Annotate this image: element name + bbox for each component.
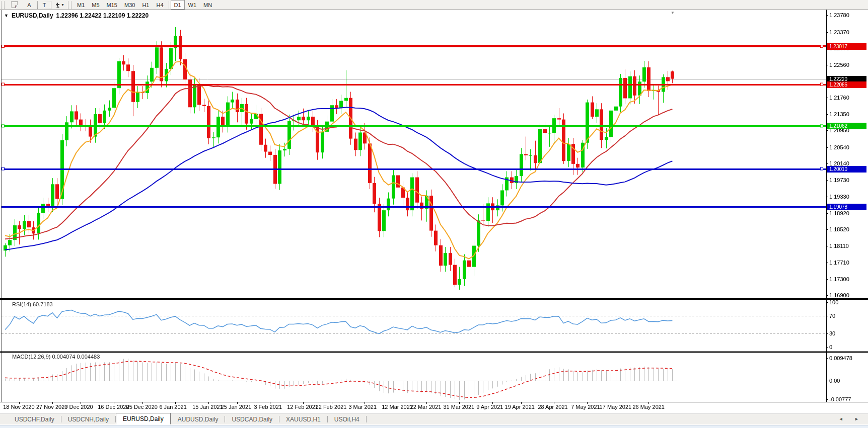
cursor-arrows-icon	[55, 2, 60, 8]
cursor-tool-button[interactable]: ▾	[52, 1, 67, 9]
price-axis-tick: 1.16900	[829, 292, 849, 298]
chart-canvas[interactable]	[0, 10, 868, 413]
date-axis-label: 16 Dec 2020	[98, 404, 129, 410]
date-axis-label: 17 May 2021	[600, 404, 632, 410]
price-tag: 1.21062	[827, 123, 866, 129]
price-tag: 1.19078	[827, 204, 866, 210]
timeframe-button-m5[interactable]: M5	[88, 1, 103, 9]
chart-tab-usdcad[interactable]: USDCAD,Daily	[225, 414, 279, 424]
chart-shift-marker[interactable]: ▼	[671, 11, 675, 15]
toolbar-grip[interactable]	[68, 1, 71, 9]
macd-values: 0.004074 0.004483	[52, 354, 100, 360]
timeframe-button-mn[interactable]: MN	[200, 1, 215, 9]
rsi-axis-tick: 70	[829, 313, 835, 319]
macd-axis-tick: 0.009478	[829, 355, 852, 361]
date-axis-label: 12 Mar 2021	[382, 404, 413, 410]
rsi-axis-tick: 100	[829, 299, 838, 305]
macd-axis-tick: 0.00	[829, 378, 840, 384]
mt4-terminal-window: { "toolbar": { "grid_tool_sub": "F", "te…	[0, 0, 868, 428]
date-axis-label: 26 May 2021	[632, 404, 665, 410]
timeframe-button-w1[interactable]: W1	[185, 1, 200, 9]
tab-scroll-arrows[interactable]: ◄ ►	[839, 416, 864, 421]
timeframe-button-m1[interactable]: M1	[74, 1, 88, 9]
top-toolbar: F A T ▾ M1M5M15M30H1H4D1W1MN	[0, 0, 868, 10]
chart-menu-icon[interactable]: ▼	[4, 13, 9, 18]
chart-symbol-label: EURUSD,Daily	[12, 12, 53, 19]
macd-axis-tick: -0.00777	[829, 396, 851, 402]
chart-tab-xauusd[interactable]: XAUUSD,H1	[279, 414, 327, 424]
price-axis-tick: 1.19330	[829, 194, 849, 200]
chart-tab-bar: USDCHF,DailyUSDCNH,DailyEURUSD,DailyAUDU…	[0, 413, 868, 424]
chart-window: ▼ EURUSD,Daily 1.22396 1.22422 1.22109 1…	[0, 10, 868, 413]
price-axis-tick: 1.18520	[829, 226, 849, 232]
rsi-axis-tick: 30	[829, 330, 835, 336]
chart-title: ▼ EURUSD,Daily 1.22396 1.22422 1.22109 1…	[4, 12, 149, 19]
date-axis-label: 27 Nov 2020	[36, 404, 67, 410]
date-axis-label: 12 Feb 2021	[287, 404, 318, 410]
price-tag: 1.22085	[827, 81, 866, 88]
rsi-indicator-label: RSI(14) 60.7183	[12, 301, 53, 307]
date-axis-label: 31 Mar 2021	[443, 404, 474, 410]
chart-tab-audusd[interactable]: AUDUSD,Daily	[171, 414, 225, 424]
text-label-tool-button[interactable]: A	[22, 1, 37, 9]
chevron-down-icon: ▾	[61, 3, 63, 7]
price-tag: 1.23017	[827, 43, 866, 50]
chart-tab-usoil[interactable]: USOil,H4	[328, 414, 366, 424]
macd-indicator-label: MACD(12,26,9) 0.004074 0.004483	[12, 354, 100, 360]
timeframe-button-h1[interactable]: H1	[138, 1, 153, 9]
date-axis-label: 22 Feb 2021	[316, 404, 347, 410]
date-axis-label: 3 Feb 2021	[254, 404, 282, 410]
date-axis-label: 6 Jan 2021	[159, 404, 186, 410]
price-axis-tick: 1.17300	[829, 276, 849, 282]
timeframe-button-h4[interactable]: H4	[153, 1, 167, 9]
price-axis-tick: 1.21760	[829, 95, 849, 101]
dotted-grid-icon: F	[11, 2, 18, 8]
date-axis-label: 25 Jan 2021	[221, 404, 252, 410]
timeframe-button-d1[interactable]: D1	[171, 0, 185, 10]
tab-separator	[366, 416, 367, 422]
price-axis-tick: 1.18920	[829, 210, 849, 216]
date-axis-label: 22 Mar 2021	[410, 404, 442, 410]
chart-tab-usdcnh[interactable]: USDCNH,Daily	[61, 414, 115, 424]
rsi-axis-tick: 0	[829, 344, 832, 350]
price-axis-tick: 1.20540	[829, 144, 849, 150]
price-axis-tick: 1.22560	[829, 62, 849, 68]
text-tool-button[interactable]: T	[37, 1, 52, 9]
bottom-strip	[0, 425, 868, 428]
price-axis-tick: 1.23370	[829, 29, 849, 35]
date-axis-label: 25 Dec 2020	[126, 404, 158, 410]
chart-tab-usdchf[interactable]: USDCHF,Daily	[8, 414, 61, 424]
price-tag: 1.20010	[827, 166, 866, 173]
chart-tab-eurusd[interactable]: EURUSD,Daily	[116, 413, 171, 424]
timeframe-group: M1M5M15M30H1H4D1W1MN	[74, 0, 215, 10]
toolbar-separator	[169, 1, 169, 9]
date-axis-label: 3 Mar 2021	[348, 404, 377, 410]
date-axis-label: 7 May 2021	[571, 404, 600, 410]
timeframe-button-m30[interactable]: M30	[121, 1, 138, 9]
date-axis-label: 7 Dec 2020	[64, 404, 93, 410]
date-axis-label: 19 Apr 2021	[505, 404, 535, 410]
date-axis-label: 15 Jan 2021	[192, 404, 223, 410]
dotted-grid-tool-button[interactable]: F	[7, 1, 22, 9]
price-axis-tick: 1.21350	[829, 111, 849, 117]
chart-ohlc-quote: 1.22396 1.22422 1.22109 1.22220	[56, 12, 149, 19]
toolbar-grip[interactable]	[1, 1, 5, 9]
date-axis-label: 28 Apr 2021	[538, 404, 567, 410]
rsi-value: 60.7183	[33, 301, 53, 307]
price-axis-tick: 1.17710	[829, 260, 849, 266]
date-axis-label: 9 Apr 2021	[476, 404, 503, 410]
timeframe-button-m15[interactable]: M15	[103, 1, 121, 9]
date-axis-label: 18 Nov 2020	[3, 404, 34, 410]
price-axis-tick: 1.18110	[829, 243, 849, 249]
price-axis-tick: 1.19730	[829, 177, 849, 183]
price-axis-tick: 1.23780	[829, 12, 849, 18]
